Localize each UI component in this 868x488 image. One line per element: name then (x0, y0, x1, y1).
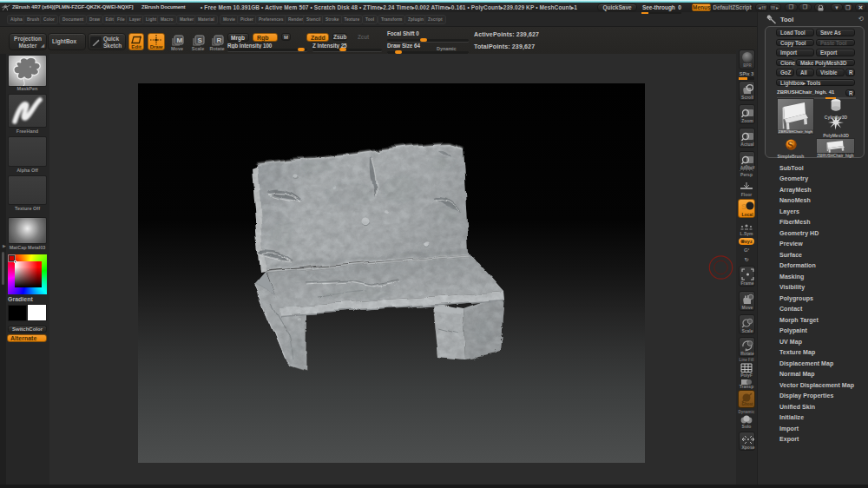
svg-text:M: M (177, 36, 183, 44)
svg-text:S: S (786, 138, 792, 151)
svg-text:R: R (217, 36, 222, 44)
svg-text:S: S (198, 36, 203, 44)
svg-text:S: S (741, 202, 746, 211)
